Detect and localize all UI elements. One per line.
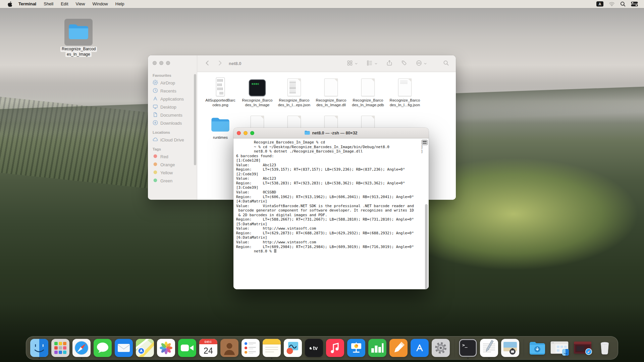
sidebar-item-label: Orange [160,162,175,167]
file-allsupportedbarcodes-png[interactable]: AllSupportedBarcodes.png [202,77,239,107]
dock-pages-icon[interactable] [389,339,408,357]
tag-icon [153,154,158,160]
file-recognize-barcodes-in-image[interactable]: execRecognize_Barcodes_In_Image [239,77,276,107]
sidebar-item-green[interactable]: Green [152,177,194,185]
zoom-button[interactable] [250,131,254,135]
running-indicator [271,358,272,359]
tag-icon [153,178,158,184]
terminal-line: [3:Code39] [236,185,429,190]
dock-finder-icon[interactable] [30,339,48,357]
file-recognize-barcodes-in-i-eps-json[interactable]: Recognize_Barcodes_In_I...eps.json [276,77,313,107]
terminal-titlebar[interactable]: net8.0 — -zsh — 80×32 [233,128,429,138]
svg-text:>_: >_ [462,343,468,348]
dock-trash-icon[interactable] [596,339,614,357]
menu-help[interactable]: Help [112,1,128,6]
menu-view[interactable]: View [72,1,89,6]
sidebar-item-desktop[interactable]: Desktop [152,103,194,111]
desktop-folder-recognize-barcodes[interactable]: Recognize_Barcod es_In_Image [60,19,97,57]
menu-shell[interactable]: Shell [40,1,57,6]
terminal-scrollbar[interactable] [425,204,428,289]
dock-preview-icon[interactable] [501,339,519,357]
keyboard-input-icon[interactable]: A [596,1,603,7]
sidebar-item-red[interactable]: Red [152,153,194,161]
sidebar-item-orange[interactable]: Orange [152,161,194,169]
sidebar-item-recents[interactable]: Recents [152,87,194,95]
desktop-icon [153,104,158,110]
file-recognize-barcodes-in-image-pdb[interactable]: Recognize_Barcodes_In_Image.pdb [350,77,386,107]
sidebar-scrollbar[interactable] [194,74,196,165]
dock-notes-icon[interactable] [263,339,281,357]
minimize-button[interactable] [159,61,163,65]
tag-icon [153,162,158,168]
terminal-line: barcode generator component for software… [236,208,429,213]
finder-window-controls [153,61,170,65]
dock-facetime-icon[interactable] [178,339,196,357]
dock-contacts-icon[interactable] [220,339,238,357]
wifi-icon[interactable] [609,2,615,6]
dock-messages-icon[interactable] [94,339,112,357]
sidebar-item-applications[interactable]: Applications [152,95,194,103]
file-recognize-barcodes-in-i-fig-json[interactable]: Recognize_Barcodes_In_I...fig.json [386,77,423,107]
share-icon[interactable] [386,60,392,67]
dock-divider [524,339,524,357]
sidebar-item-yellow[interactable]: Yellow [152,169,194,177]
dock-minimized-window-safari-icon[interactable] [573,339,593,357]
chevron-down-icon[interactable] [374,61,378,67]
sidebar-heading-locations: Locations [153,130,194,134]
downloads-icon [153,120,158,126]
dock-numbers-icon[interactable] [368,339,386,357]
terminal-window-title: net8.0 — -zsh — 80×32 [305,130,357,136]
view-grid-icon[interactable] [347,60,353,67]
chevron-down-icon[interactable] [355,61,358,67]
zoom-button[interactable] [166,61,170,65]
sidebar-item-label: Desktop [160,105,176,110]
more-icon[interactable] [416,60,422,67]
dock-keynote-icon[interactable] [347,339,365,357]
dock-freeform-icon[interactable] [284,339,302,357]
dock-calendar-icon[interactable]: DEC24 [199,339,217,357]
sidebar-item-icloud-drive[interactable]: iCloud Drive [152,136,194,144]
running-indicator [39,358,40,359]
control-center-icon[interactable] [631,1,638,7]
dock-system-settings-icon[interactable] [432,339,450,357]
forward-button[interactable] [217,60,223,68]
dock-launchpad-icon[interactable] [51,339,69,357]
search-icon[interactable] [443,60,449,67]
running-indicator [467,358,469,359]
minimize-button[interactable] [244,131,248,135]
dock-terminal-icon[interactable]: >_ [459,339,477,357]
dock-textedit-icon[interactable] [480,339,498,357]
dock-reminders-icon[interactable] [241,339,260,357]
menu-terminal[interactable]: Terminal [15,1,40,6]
finder-window-title: net8.0 [229,61,241,66]
app-menus: TerminalShellEditViewWindowHelp [15,0,128,8]
dock-minimized-window-finder-icon[interactable] [549,339,570,357]
dock-maps-icon[interactable] [136,339,154,357]
sidebar-item-airdrop[interactable]: AirDrop [152,79,194,87]
file-recognize-barcodes-in-image-dll[interactable]: Recognize_Barcodes_In_Image.dll [313,77,350,107]
chevron-down-icon[interactable] [424,61,427,67]
split-pane-button[interactable] [422,140,428,145]
menu-window[interactable]: Window [89,1,112,6]
apple-menu-icon[interactable] [5,1,15,7]
dock-music-icon[interactable] [326,339,344,357]
sidebar-item-label: Applications [160,97,184,102]
close-button[interactable] [153,61,157,65]
group-by-icon[interactable] [367,60,373,67]
dock-downloads-folder-icon[interactable] [528,339,546,357]
menu-edit[interactable]: Edit [57,1,72,6]
dock-app-store-icon[interactable] [411,339,429,357]
spotlight-search-icon[interactable] [620,1,626,7]
dock-tv-icon[interactable]: tv [305,339,323,357]
terminal-line: ~ % cd ~/Desktop/Recognize_Barcodes_In_I… [236,145,429,149]
sidebar-item-documents[interactable]: Documents [152,111,194,119]
dock-safari-icon[interactable] [72,339,91,357]
back-button[interactable] [204,60,211,68]
terminal-line: [1:Code128] [236,158,429,163]
close-button[interactable] [237,131,241,135]
dock-mail-icon[interactable] [115,339,133,357]
tags-icon[interactable] [401,60,407,67]
sidebar-item-downloads[interactable]: Downloads [152,119,194,127]
dock-photos-icon[interactable] [157,339,175,357]
terminal-output[interactable]: Recognize_Barcodes_In_Image % cd] ~ % cd… [233,138,429,289]
